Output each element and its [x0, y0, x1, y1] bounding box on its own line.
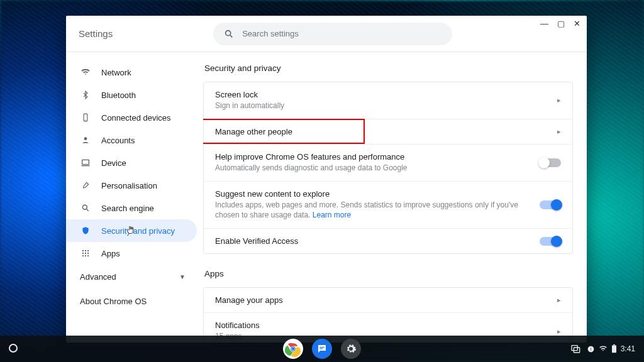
brush-icon	[80, 181, 91, 190]
content: Security and privacy Screen lock Sign in…	[203, 52, 587, 343]
launcher-button[interactable]	[9, 344, 18, 353]
sidebar-item-label: Accounts	[101, 136, 135, 145]
settings-window: — ▢ ✕ Settings Network Bluetooth Connect…	[66, 16, 587, 343]
chevron-right-icon: ▸	[557, 128, 561, 136]
chevron-right-icon: ▸	[557, 296, 561, 304]
toggle-help-improve[interactable]	[540, 158, 561, 167]
search-input[interactable]	[242, 29, 442, 38]
sidebar-item-label: Network	[101, 68, 131, 77]
row-help-improve[interactable]: Help improve Chrome OS features and perf…	[204, 144, 572, 181]
row-label: Notifications	[215, 321, 545, 330]
svg-line-8	[87, 209, 89, 211]
svg-point-14	[87, 253, 89, 254]
svg-line-1	[230, 35, 232, 37]
chevron-right-icon: ▸	[557, 327, 561, 336]
shelf: i 3:41	[0, 336, 644, 362]
svg-point-9	[82, 250, 84, 251]
svg-point-10	[85, 250, 86, 251]
svg-rect-29	[613, 344, 615, 345]
chevron-down-icon: ▼	[179, 273, 186, 280]
apps-card: Manage your apps ▸ Notifications 15 apps…	[203, 287, 573, 343]
svg-text:i: i	[590, 346, 591, 351]
svg-point-13	[85, 253, 86, 254]
laptop-icon	[80, 158, 91, 168]
sidebar-item-network[interactable]: Network	[66, 61, 197, 84]
sidebar-item-security[interactable]: Security and privacy	[66, 219, 197, 242]
sidebar-item-device[interactable]: Device	[66, 151, 197, 174]
svg-point-0	[226, 30, 231, 35]
svg-point-12	[82, 253, 84, 254]
learn-more-link[interactable]: Learn more	[313, 211, 351, 219]
svg-point-11	[87, 250, 89, 251]
row-suggest-content[interactable]: Suggest new content to explore Includes …	[204, 181, 572, 229]
row-label: Enable Verified Access	[215, 236, 527, 246]
row-manage-apps[interactable]: Manage your apps ▸	[204, 288, 572, 312]
sidebar-item-apps[interactable]: Apps	[66, 242, 197, 265]
sidebar-item-personalisation[interactable]: Personalisation	[66, 174, 197, 197]
row-sub: Sign in automatically	[215, 101, 545, 111]
notification-icon: i	[587, 345, 595, 353]
row-sub: Includes apps, web pages and more. Sends…	[215, 200, 527, 221]
row-label: Manage other people	[215, 127, 545, 136]
sidebar-advanced[interactable]: Advanced ▼	[66, 265, 197, 289]
sidebar-about-label: About Chrome OS	[80, 297, 147, 306]
svg-point-4	[84, 137, 87, 140]
wifi-status-icon	[599, 344, 608, 353]
sidebar-item-label: Personalisation	[101, 181, 157, 190]
row-manage-other-people[interactable]: Manage other people ▸	[204, 119, 572, 144]
sidebar: Network Bluetooth Connected devices Acco…	[66, 52, 203, 343]
row-label: Manage your apps	[215, 295, 545, 305]
close-button[interactable]: ✕	[574, 19, 580, 28]
phone-icon	[80, 113, 91, 122]
section-title-apps: Apps	[204, 269, 573, 278]
sidebar-item-label: Apps	[101, 249, 120, 258]
svg-point-21	[292, 348, 294, 350]
row-label: Help improve Chrome OS features and perf…	[215, 152, 527, 162]
page-title: Settings	[79, 28, 113, 39]
sidebar-item-label: Device	[101, 158, 126, 168]
svg-point-7	[82, 205, 87, 209]
row-screen-lock[interactable]: Screen lock Sign in automatically ▸	[204, 82, 572, 119]
security-card: Screen lock Sign in automatically ▸ Mana…	[203, 82, 573, 254]
header: Settings	[66, 16, 587, 52]
overview-icon[interactable]	[570, 344, 580, 354]
battery-icon	[611, 344, 617, 353]
window-controls: — ▢ ✕	[540, 19, 580, 28]
sidebar-item-connected-devices[interactable]: Connected devices	[66, 106, 197, 129]
svg-rect-23	[319, 348, 323, 349]
row-sub: Automatically sends diagnostic and usage…	[215, 163, 527, 173]
shield-icon	[80, 226, 91, 235]
svg-rect-28	[612, 345, 616, 353]
svg-rect-24	[572, 346, 577, 351]
sidebar-item-label: Connected devices	[101, 113, 171, 123]
chrome-icon[interactable]	[283, 339, 303, 359]
sidebar-item-label: Search engine	[101, 204, 154, 213]
messages-icon[interactable]	[312, 339, 332, 359]
settings-shelf-icon[interactable]	[341, 339, 361, 359]
sidebar-item-bluetooth[interactable]: Bluetooth	[66, 84, 197, 106]
chevron-right-icon: ▸	[557, 96, 561, 104]
svg-rect-22	[319, 347, 325, 348]
minimize-button[interactable]: —	[540, 19, 548, 28]
sidebar-about[interactable]: About Chrome OS	[66, 289, 197, 314]
sidebar-item-accounts[interactable]: Accounts	[66, 129, 197, 151]
clock: 3:41	[621, 344, 635, 353]
search-icon	[80, 204, 91, 212]
row-label: Screen lock	[215, 90, 545, 99]
row-verified-access[interactable]: Enable Verified Access	[204, 228, 572, 253]
sidebar-item-label: Security and privacy	[101, 226, 175, 236]
apps-icon	[80, 249, 91, 258]
status-tray[interactable]: i 3:41	[587, 344, 635, 353]
person-icon	[80, 136, 91, 145]
search-icon	[223, 29, 235, 39]
svg-rect-5	[82, 160, 89, 164]
sidebar-advanced-label: Advanced	[80, 272, 116, 282]
toggle-suggest-content[interactable]	[540, 200, 561, 209]
toggle-verified-access[interactable]	[540, 237, 561, 246]
search-box[interactable]	[213, 23, 452, 45]
row-label: Suggest new content to explore	[215, 189, 527, 199]
wifi-icon	[80, 67, 91, 77]
maximize-button[interactable]: ▢	[557, 19, 565, 28]
svg-point-15	[82, 255, 84, 256]
sidebar-item-search-engine[interactable]: Search engine	[66, 197, 197, 219]
